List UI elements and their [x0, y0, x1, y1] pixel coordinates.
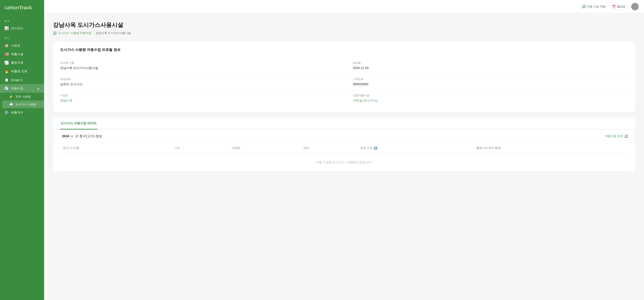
gas-icon: ☁️ — [9, 102, 13, 106]
field-value-name: 강남사옥 도시가스사용시설 — [60, 66, 335, 70]
sidebar-item-emission-view-label: 배출량 조회 — [11, 69, 27, 73]
topbar-time: ⏰ 20:13 — [609, 3, 628, 10]
field-label-connected-facility: 연결 배출시설 — [353, 94, 628, 97]
auto-collect-icon: 🔄 — [4, 86, 9, 90]
sidebar-item-gas-label: 도시가스 사용량 — [16, 102, 36, 106]
profile-grid: 프로필 이름 강남사옥 도시가스사용시설 생성일 2024-11-20 공급업체… — [60, 57, 628, 106]
field-value-site[interactable]: 강남사옥 — [60, 99, 335, 103]
field-value-customer-no: 305915050 — [353, 82, 628, 86]
year-suffix: 년 청구(고지) 정보 — [75, 134, 102, 138]
sidebar-item-auto-collect[interactable]: 🔄 자동수집 ▲ — [0, 84, 44, 93]
breadcrumb-current: 강남사옥 도시가스사용시설 — [96, 31, 131, 35]
auto-collect-request-icon: 🔄 — [624, 135, 628, 138]
breadcrumb: 🔄 도시가스 사용량 자동수집 / 강남사옥 도시가스사용시설 — [53, 31, 635, 35]
manage-section-label: 관리 — [0, 33, 44, 41]
tab-gas-data[interactable]: 도시가스 자동수집 데이터 — [60, 118, 98, 129]
content-area: 강남사옥 도시가스사용시설 🔄 도시가스 사용량 자동수집 / 강남사옥 도시가… — [44, 13, 644, 300]
stats-section-label: 통계 — [0, 15, 44, 24]
col-header-evidence-label: 증빙 자료 — [360, 146, 373, 150]
sidebar-item-emission-facility[interactable]: 🏭 배출시설 — [0, 50, 44, 58]
logo-track: Track — [19, 5, 32, 10]
emission-facility-icon: 🏭 — [4, 52, 9, 56]
breadcrumb-parent[interactable]: 도시가스 사용량 자동수집 — [58, 31, 91, 35]
table-container: 청구(고지)월 기간 사용량 상태 증빙 자료 ⬇️ — [53, 143, 635, 172]
field-label-supplier: 공급업체 — [60, 77, 335, 81]
profile-field-name: 프로필 이름 강남사옥 도시가스사용시설 — [60, 57, 344, 74]
profile-field-created: 생성일 2024-11-20 — [344, 57, 628, 74]
field-value-supplier: 삼천리 도시가스 — [60, 82, 335, 86]
field-value-created: 2024-11-20 — [353, 66, 628, 70]
profile-field-site: 사업장 강남사옥 — [60, 90, 344, 106]
sidebar-item-business[interactable]: 🏠 사업장 — [0, 41, 44, 50]
col-header-evidence: 증빙 자료 ⬇️ — [358, 143, 474, 153]
sidebar-item-dashboard-label: 대시보드 — [11, 26, 23, 30]
sidebar-item-scope3-label: Scope 3 — [11, 78, 22, 82]
sidebar-item-gas-usage[interactable]: ☁️ 도시가스 사용량 — [2, 100, 44, 108]
logo-carbon: carbon — [4, 5, 19, 10]
col-header-activity: 활동자료 확인/등록 — [474, 143, 628, 153]
activity-data-icon: 📈 — [4, 60, 9, 65]
profile-card: 도시가스 사용량 자동수집 프로필 정보 프로필 이름 강남사옥 도시가스사용시… — [53, 41, 635, 113]
topbar-auto-collect[interactable]: 🔄 자동 수집 작업 — [582, 5, 606, 8]
data-section: 2024 2023 2022 년 청구(고지) 정보 자동수집 요청 🔄 — [53, 129, 635, 172]
sidebar-item-power-usage[interactable]: ⚡ 전력 사용량 — [2, 93, 44, 100]
power-icon: ⚡ — [9, 94, 13, 99]
sidebar-item-power-label: 전력 사용량 — [16, 95, 31, 99]
main-area: 🔄 자동 수집 작업 ⏰ 20:13 강남사옥 도시가스사용시설 🔄 도시가스 … — [44, 0, 644, 300]
auto-collect-submenu: ⚡ 전력 사용량 ☁️ 도시가스 사용량 — [0, 93, 44, 108]
profile-field-supplier: 공급업체 삼천리 도시가스 — [60, 74, 344, 90]
emission-view-icon: 🔥 — [4, 69, 9, 73]
profile-card-title: 도시가스 사용량 자동수집 프로필 정보 — [60, 47, 628, 52]
data-table: 청구(고지)월 기간 사용량 상태 증빙 자료 ⬇️ — [60, 143, 628, 172]
profile-field-customer-no: 고객번호 305915050 — [344, 74, 628, 90]
scope3-icon: 📋 — [4, 78, 9, 82]
year-select[interactable]: 2024 2023 2022 — [60, 133, 74, 139]
auto-collect-label: 자동 수집 작업 — [587, 5, 606, 8]
col-header-period: 기간 — [172, 143, 229, 153]
sidebar-item-emission-facility-label: 배출시설 — [11, 52, 23, 56]
field-label-site: 사업장 — [60, 94, 335, 97]
download-icon[interactable]: ⬇️ — [374, 146, 377, 150]
chevron-up-icon: ▲ — [37, 87, 40, 90]
col-header-month: 청구(고지)월 — [60, 143, 172, 153]
sidebar-item-emission-coeff[interactable]: ⚙️ 배출계수 — [0, 108, 44, 117]
sidebar-item-scope3[interactable]: 📋 Scope 3 — [0, 75, 44, 84]
profile-field-emission-facility: 연결 배출시설 사무실 (도시가스) — [344, 90, 628, 106]
sidebar-item-dashboard[interactable]: 📊 대시보드 — [0, 24, 44, 33]
sidebar-item-activity-label: 활동자료 — [11, 61, 23, 65]
empty-message: 자동 수집된 도시가스 사용량이 없습니다. — [60, 153, 628, 172]
business-icon: 🏠 — [4, 43, 9, 47]
field-label-customer-no: 고객번호 — [353, 77, 628, 81]
auto-collect-request-btn[interactable]: 자동수집 요청 🔄 — [605, 134, 628, 138]
sidebar-item-emission-view[interactable]: 🔥 배출량 조회 — [0, 67, 44, 75]
field-value-connected-facility[interactable]: 사무실 (도시가스) — [353, 99, 628, 103]
tabs-bar: 도시가스 자동수집 데이터 — [53, 118, 635, 129]
col-header-status: 상태 — [300, 143, 358, 153]
field-label-created: 생성일 — [353, 61, 628, 65]
emission-coeff-icon: ⚙️ — [4, 110, 9, 115]
sidebar-item-business-label: 사업장 — [11, 44, 20, 47]
col-header-usage: 사용량 — [229, 143, 300, 153]
logo: carbonTrack — [0, 0, 44, 15]
user-avatar[interactable] — [631, 3, 639, 10]
time-display: 20:13 — [617, 5, 625, 8]
page-title: 강남사옥 도시가스사용시설 — [53, 21, 635, 29]
data-section-wrapper: 도시가스 자동수집 데이터 2024 2023 2022 년 청구(고지) 정보… — [53, 118, 635, 172]
sidebar-item-emission-coeff-label: 배출계수 — [11, 111, 23, 115]
breadcrumb-home-icon: 🔄 — [53, 31, 56, 35]
refresh-icon: 🔄 — [582, 5, 586, 8]
data-toolbar: 2024 2023 2022 년 청구(고지) 정보 자동수집 요청 🔄 — [53, 129, 635, 143]
empty-row: 자동 수집된 도시가스 사용량이 없습니다. — [60, 153, 628, 172]
sidebar-item-auto-collect-label: 자동수집 — [11, 87, 23, 90]
topbar: 🔄 자동 수집 작업 ⏰ 20:13 — [44, 0, 644, 13]
sidebar: carbonTrack 통계 📊 대시보드 관리 🏠 사업장 🏭 배출시설 📈 … — [0, 0, 44, 300]
year-selector: 2024 2023 2022 년 청구(고지) 정보 — [60, 133, 102, 139]
clock-icon: ⏰ — [612, 5, 616, 8]
dashboard-icon: 📊 — [4, 26, 9, 30]
sidebar-item-activity-data[interactable]: 📈 활동자료 — [0, 58, 44, 67]
auto-collect-request-label: 자동수집 요청 — [605, 134, 623, 138]
breadcrumb-separator: / — [93, 31, 94, 35]
field-label-name: 프로필 이름 — [60, 61, 335, 65]
